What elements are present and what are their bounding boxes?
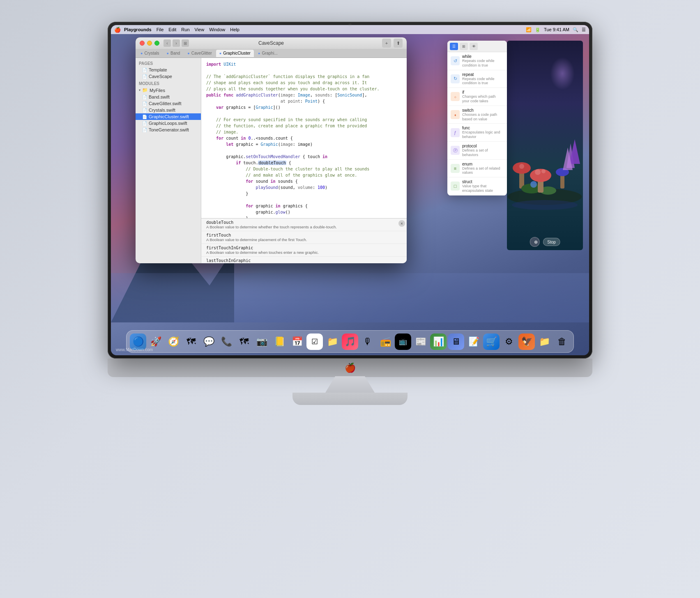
snippet-switch[interactable]: ⬧ switch Chooses a code path based on va… [447,106,507,124]
game-zoom-btn[interactable]: ⊕ [530,237,539,247]
dock-settings[interactable]: ⚙ [501,334,517,350]
dock-music[interactable]: 🎵 [342,334,358,350]
sidebar-toggle[interactable]: ⊞ [182,39,189,47]
snippet-protocol[interactable]: Ⓟ protocol Defines a set of behaviors [447,142,507,160]
share-icon[interactable]: ⬆ [394,39,403,48]
dock-facetime[interactable]: 📞 [218,334,235,350]
add-icon[interactable]: + [382,39,391,48]
snippet-repeat-name: repeat [462,72,504,77]
snippet-enum[interactable]: ≡ enum Defines a set of related values [447,160,507,178]
dock-files[interactable]: 📁 [324,334,341,350]
snippet-struct[interactable]: □ struct Value type that encapsulates st… [447,177,507,196]
file-icon-crystals: 📄 [142,108,147,113]
dock-appletv[interactable]: 📺 [395,334,411,350]
close-button[interactable] [140,41,145,46]
code-blank-3 [206,147,402,154]
game-stop-btn[interactable]: Stop [543,238,560,246]
menu-window[interactable]: Window [209,27,225,32]
menu-run[interactable]: Run [181,27,189,32]
window-body: Pages 📄 Template 📄 CaveScape Modules [136,58,407,263]
snippets-grid-btn[interactable]: ⊞ [460,43,468,50]
tab-bar: ● Crystals ● Band ● CaveGlitter ● [136,49,407,58]
dock-swift[interactable]: 🦅 [518,334,535,350]
dock-reminders[interactable]: ☑ [306,334,323,350]
search-icon[interactable]: 🔍 [573,27,578,32]
autocomplete-item-firsttouch[interactable]: firstTouch A Boolean value to determine … [201,231,407,244]
snippets-preview-btn[interactable]: 👁 [470,43,478,50]
autocomplete-item-firsttouchingraphic[interactable]: firstTouchInGraphic A Boolean value to d… [201,244,407,257]
modules-section-label: Modules [136,80,201,87]
dock-appstore[interactable]: 🛒 [483,334,500,350]
dock-trash[interactable]: 🗑 [554,334,570,350]
sidebar-item-band[interactable]: 📄 Band.swift [136,94,201,100]
snippet-while-desc: Repeats code while condition is true [462,59,504,68]
playgrounds-window[interactable]: ‹ › ⊞ CaveScape + ⬆ ● [136,37,407,263]
watermark: www.MacDown.com [116,347,153,352]
tab-band[interactable]: ● Band [163,50,184,57]
menu-view[interactable]: View [195,27,205,32]
tab-caveglitter[interactable]: ● CaveGlitter [184,50,215,57]
sidebar-item-graphiccluster[interactable]: 📄 GraphicCluster.swift [136,113,201,120]
autocomplete-close-btn[interactable]: × [398,220,405,227]
menu-edit[interactable]: Edit [168,27,176,32]
dock-notes[interactable]: 📒 [271,334,288,350]
autocomplete-item-doubletouch[interactable]: doubleTouch A Boolean value to determine… [201,218,407,231]
tab-crystals[interactable]: ● Crystals [137,50,163,57]
forward-button[interactable]: › [173,39,180,47]
dock-safari[interactable]: 🧭 [165,334,182,350]
minimize-button[interactable] [147,41,152,46]
back-button[interactable]: ‹ [163,39,171,47]
maximize-button[interactable] [154,41,159,46]
apple-menu[interactable]: 🍎 [114,27,121,33]
code-comment-1: // The `addGraphicCluster` function disp… [206,74,402,80]
sidebar-item-crystals[interactable]: 📄 Crystals.swift [136,107,201,113]
dock-stickies[interactable]: 📝 [465,334,482,350]
snippets-list-btn[interactable]: ☰ [450,43,458,50]
snippet-enum-text: enum Defines a set of related values [462,162,504,175]
menubar-right: 📶 🔋 Tue 9:41 AM 🔍 ☰ [526,27,586,32]
menubar: 🍎 Playgrounds File Edit Run View Window … [111,25,589,34]
snippet-repeat[interactable]: ↻ repeat Repeats code while condition is… [447,70,507,88]
snippet-struct-name: struct [462,179,504,184]
dock-photos[interactable]: 📷 [253,334,270,350]
control-icon[interactable]: ☰ [582,27,586,32]
sidebar-item-caveglitter[interactable]: 📄 CaveGlitter.swift [136,100,201,107]
snippet-enum-desc: Defines a set of related values [462,166,504,175]
dock-news[interactable]: 📰 [412,334,429,350]
file-icon-graphicloops: 📄 [142,121,147,126]
dock-keynote[interactable]: 🖥 [448,334,464,350]
myfiles-folder[interactable]: ▾ 📁 MyFiles [136,87,201,94]
app-name[interactable]: Playgrounds [124,27,152,32]
sidebar-item-tonegenerator[interactable]: 📄 ToneGenerator.swift [136,126,201,133]
sidebar-item-cavescape[interactable]: 📄 CaveScape [136,73,201,80]
sidebar-item-graphicloops[interactable]: 📄 GraphicLoops.swift [136,120,201,126]
snippet-while[interactable]: ↺ while Repeats code while condition is … [447,52,507,70]
tab-graphi[interactable]: ● Graphi... [255,50,281,57]
code-func-params: at point: Point) { [206,98,402,104]
file-icon-template: 📄 [142,68,147,72]
sidebar-item-template[interactable]: 📄 Template [136,67,201,73]
autocomplete-desc-firsttouchingraphic: A Boolean value to determine when touche… [206,250,402,255]
dock-maps[interactable]: 🗺 [183,334,199,350]
snippet-func[interactable]: ƒ func Encapsulates logic and behavior [447,124,507,142]
snippet-if[interactable]: ⬦ if Changes which path your code takes [447,88,507,106]
tab-graphiccluster[interactable]: ● GraphicCluster [216,50,254,57]
code-handler: graphic.setOnTouchMovedHandler { touch i… [206,154,402,160]
code-var: var graphics = [Graphic]() [206,104,402,110]
dock-calendar[interactable]: 📅 [289,334,305,350]
svg-point-4 [519,164,524,169]
menu-help[interactable]: Help [230,27,239,32]
autocomplete-desc-firsttouch: A Boolean value to determine placement o… [206,237,402,242]
dock-radio[interactable]: 📻 [377,334,394,350]
snippet-enum-name: enum [462,162,504,166]
dock-numbers[interactable]: 📊 [430,334,447,350]
dock-maps2[interactable]: 🗺 [236,334,252,350]
window-titlebar: ‹ › ⊞ CaveScape + ⬆ [136,37,407,49]
menu-file[interactable]: File [157,27,164,32]
code-comment-3: // plays all the sounds together when yo… [206,86,402,92]
dock-messages[interactable]: 💬 [200,334,217,350]
dock-folder[interactable]: 📁 [536,334,553,350]
dock-podcasts[interactable]: 🎙 [359,334,376,350]
autocomplete-item-lasttouchingraphic[interactable]: lastTouchInGraphic A Boolean value to de… [201,257,407,263]
snippet-enum-icon: ≡ [451,164,460,173]
